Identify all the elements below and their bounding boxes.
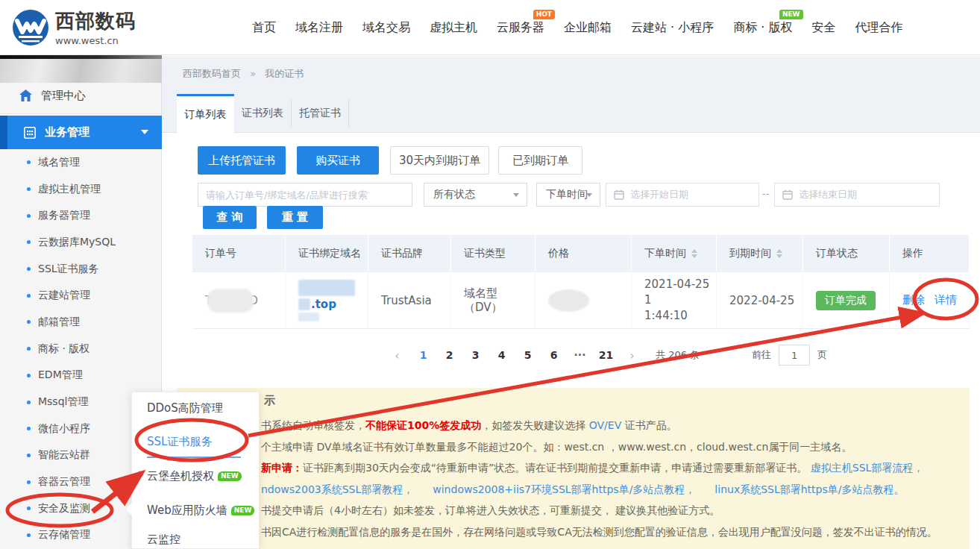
notice-line: ndows2003系统SSL部署教程，windows2008+iis7环境SSL…	[261, 479, 966, 501]
nav-item-agent[interactable]: 代理合作	[855, 20, 903, 36]
divider	[0, 113, 162, 114]
pagination-goto-label: 前往	[752, 348, 771, 362]
pagination-page-4[interactable]: 4	[489, 349, 515, 361]
flyout-item-bastion[interactable]: 云堡垒机授权NEW	[147, 465, 242, 487]
notice-line: 新申请：证书距离到期30天内会变成“待重新申请”状态。请在证书到期前提交重新申请…	[261, 457, 966, 479]
col-price: 价格	[535, 235, 632, 272]
nav-item-cloud-server[interactable]: 云服务器HOT	[497, 20, 544, 36]
nav-item-trademark-copyright[interactable]: 商标 · 版权NEW	[733, 20, 792, 36]
sidebar-item-ssl[interactable]: SSL证书服务	[0, 256, 162, 283]
windows2008-iis7-ssl-link[interactable]: windows2008+iis7环境SSL部署https单/多站点教程，	[433, 483, 695, 495]
expiring-30d-orders-button[interactable]: 30天内到期订单	[390, 146, 489, 175]
page: 西部数码 www.west.cn 首页 域名注册 域名交易 虚拟主机 云服务器H…	[0, 0, 980, 549]
ov-ev-link[interactable]: OV/EV	[589, 419, 622, 431]
domain-link[interactable]: .top	[311, 298, 336, 311]
sidebar-item-trademark[interactable]: 商标 · 版权	[0, 336, 162, 363]
pagination: ‹ 1 2 3 4 5 6 ··· 21 › 共 206 条 前往 页	[384, 344, 827, 366]
notice-lines: 书系统自动审核签发，不能保证100%签发成功，如签发失败建议选择 OV/EV 证…	[261, 415, 966, 543]
buy-cert-button[interactable]: 购买证书	[297, 146, 379, 175]
bullet-icon	[27, 454, 31, 457]
sort-icon[interactable]	[776, 249, 782, 258]
pagination-page-label: 页	[817, 348, 827, 362]
flyout-item-waf[interactable]: Web应用防火墙NEW	[147, 499, 254, 521]
breadcrumb-home-link[interactable]: 西部数码首页	[183, 68, 241, 79]
bullet-icon	[27, 160, 31, 164]
status-select[interactable]: 所有状态	[424, 183, 527, 207]
logo-text: 西部数码 www.west.cn	[55, 8, 136, 46]
bullet-icon	[27, 401, 31, 404]
date-range-separator: --	[762, 188, 769, 199]
nav-item-virtual-host[interactable]: 虚拟主机	[430, 20, 477, 36]
expired-orders-button[interactable]: 已到期订单	[498, 146, 582, 175]
bullet-icon	[27, 480, 31, 484]
breadcrumb: 西部数码首页 » 我的证书	[183, 67, 304, 81]
bullet-icon	[27, 214, 31, 218]
cell-cert-brand: TrustAsia	[368, 272, 451, 328]
start-date-input[interactable]: 选择开始日期	[606, 183, 759, 207]
pagination-goto-input[interactable]	[779, 345, 810, 366]
reset-button[interactable]: 重 置	[267, 206, 323, 229]
pagination-prev[interactable]: ‹	[384, 348, 410, 363]
tab-hosted-cert[interactable]: 托管证书	[292, 99, 349, 128]
sidebar-section-business[interactable]: 业务管理	[0, 116, 162, 149]
redacted-blur	[548, 289, 589, 312]
nav-item-domain-register[interactable]: 域名注册	[295, 20, 343, 36]
pagination-page-2[interactable]: 2	[436, 349, 462, 361]
windows2003-ssl-link[interactable]: ndows2003系统SSL部署教程，	[261, 483, 413, 495]
delete-link[interactable]: 删除	[902, 293, 925, 307]
new-badge: NEW	[231, 506, 255, 515]
sort-icon[interactable]	[691, 249, 697, 258]
flyout-item-cloud-monitor[interactable]: 云监控	[147, 528, 180, 549]
notice-line: 个主域申请 DV单域名证书有效订单数量最多不能超过20个。如：west.cn ，…	[261, 436, 966, 458]
breadcrumb-current: 我的证书	[265, 68, 304, 79]
cell-order-time: 2021-04-25 11:44:10	[632, 272, 717, 328]
query-button[interactable]: 查 询	[203, 206, 257, 229]
order-time-select[interactable]: 下单时间	[536, 183, 600, 207]
nav-item-sitebuilder-miniprogram[interactable]: 云建站 · 小程序	[631, 20, 714, 36]
detail-link[interactable]: 详情	[935, 293, 957, 307]
sidebar-item-server[interactable]: 服务器管理	[0, 202, 162, 229]
col-cert-type: 证书类型	[451, 235, 535, 272]
sidebar-item-mysql[interactable]: 云数据库MySQL	[0, 229, 162, 256]
nav-item-security[interactable]: 安全	[812, 20, 836, 36]
cell-actions: 删除 详情	[890, 272, 970, 328]
breadcrumb-separator: »	[250, 68, 256, 79]
end-date-input[interactable]: 选择结束日期	[774, 183, 940, 207]
nav-item-home[interactable]: 首页	[252, 20, 276, 36]
sidebar-item-mailbox[interactable]: 邮箱管理	[0, 309, 162, 336]
bullet-icon	[27, 347, 31, 351]
active-underline	[147, 457, 241, 458]
pagination-page-1[interactable]: 1	[410, 349, 436, 361]
vhost-ssl-deploy-link[interactable]: 虚拟主机SSL部署流程，	[811, 462, 924, 474]
logo[interactable]: 西部数码 www.west.cn	[12, 8, 136, 46]
linux-ssl-link[interactable]: linux系统SSL部署https单/多站点教程。	[714, 483, 904, 495]
pagination-page-21[interactable]: 21	[593, 349, 619, 361]
pagination-page-6[interactable]: 6	[541, 349, 567, 361]
sidebar-item-domain[interactable]: 域名管理	[0, 149, 162, 176]
pagination-page-5[interactable]: 5	[515, 349, 541, 361]
notice-line: 书系统自动审核签发，不能保证100%签发成功，如签发失败建议选择 OV/EV 证…	[261, 415, 966, 436]
search-input[interactable]	[198, 183, 412, 207]
grid-icon	[24, 127, 36, 139]
sidebar-item-management-center[interactable]: 管理中心	[0, 79, 162, 112]
cell-price	[535, 272, 632, 328]
sidebar-item-sitebuilder[interactable]: 云建站管理	[0, 282, 162, 309]
sidebar-item-virtual-host[interactable]: 虚拟主机管理	[0, 176, 162, 203]
flyout-item-ddos[interactable]: DDoS高防管理	[147, 397, 223, 419]
tab-order-list[interactable]: 订单列表	[177, 94, 234, 134]
bullet-icon	[27, 427, 31, 430]
redacted-blur	[207, 289, 254, 313]
flyout-item-ssl-service[interactable]: SSL证书服务	[147, 430, 212, 453]
sidebar-item-edm[interactable]: EDM管理	[0, 363, 162, 389]
pagination-page-3[interactable]: 3	[462, 349, 489, 361]
nav-item-domain-trade[interactable]: 域名交易	[362, 20, 410, 36]
new-badge: NEW	[779, 10, 803, 19]
bullet-icon	[27, 267, 31, 271]
tab-cert-list[interactable]: 证书列表	[234, 99, 292, 128]
upload-hosted-cert-button[interactable]: 上传托管证书	[198, 146, 286, 175]
sidebar-section-label: 业务管理	[45, 125, 89, 139]
nav-item-enterprise-mail[interactable]: 企业邮箱	[564, 20, 612, 36]
redacted-blur	[298, 298, 310, 310]
pagination-next[interactable]: ›	[619, 348, 645, 363]
logo-url: www.west.cn	[55, 35, 136, 46]
